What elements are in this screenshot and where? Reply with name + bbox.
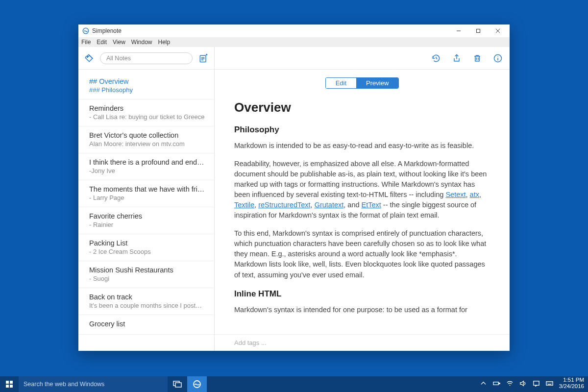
doc-heading-philosophy: Philosophy xyxy=(234,124,490,136)
note-subtitle: - Suogi xyxy=(89,275,205,282)
svg-rect-31 xyxy=(534,381,539,385)
menubar: File Edit View Window Help xyxy=(78,37,510,47)
note-subtitle: ### Philosophy xyxy=(89,86,205,94)
svg-rect-27 xyxy=(493,382,498,385)
note-subtitle: - 2 Ice Cream Scoops xyxy=(89,248,205,255)
app-window: Simplenote File Edit View Window Help Al… xyxy=(78,24,510,351)
link-grutatext[interactable]: Grutatext xyxy=(315,201,344,209)
notes-list: ## Overview### PhilosophyReminders- Call… xyxy=(78,70,214,351)
tag-placeholder: Add tags ... xyxy=(234,339,267,346)
svg-rect-25 xyxy=(175,383,181,387)
link-setext[interactable]: Setext xyxy=(445,191,466,198)
minimize-button[interactable] xyxy=(449,24,468,37)
menu-help[interactable]: Help xyxy=(158,39,171,46)
svg-rect-20 xyxy=(6,381,9,384)
note-title: Packing List xyxy=(89,239,205,247)
taskbar-app-simplenote[interactable] xyxy=(187,376,207,392)
tray-keyboard-icon[interactable] xyxy=(546,380,553,389)
tray-volume-icon[interactable] xyxy=(519,380,527,389)
clock-time: 1:51 PM xyxy=(559,377,584,383)
svg-rect-23 xyxy=(10,385,13,388)
task-view-icon[interactable] xyxy=(168,376,187,392)
note-item[interactable]: Reminders- Call Lisa re: buying our tick… xyxy=(78,99,214,126)
svg-rect-21 xyxy=(10,381,13,384)
svg-rect-32 xyxy=(546,382,553,386)
tray-chevron-up-icon[interactable] xyxy=(480,380,487,389)
note-title: Grocery list xyxy=(89,320,205,328)
note-item[interactable]: Favorite cherries- Rainier xyxy=(78,207,214,234)
doc-heading-inline-html: Inline HTML xyxy=(234,288,490,300)
tag-input[interactable]: Add tags ... xyxy=(215,334,510,351)
note-subtitle: - Call Lisa re: buying our ticket to Gre… xyxy=(89,113,205,121)
tab-preview[interactable]: Preview xyxy=(356,78,398,88)
note-title: Bret Victor's quote collection xyxy=(89,131,205,139)
svg-rect-22 xyxy=(6,385,9,388)
note-item[interactable]: ## Overview### Philosophy xyxy=(78,73,214,99)
maximize-button[interactable] xyxy=(468,24,488,37)
note-subtitle: - Rainier xyxy=(89,221,205,228)
svg-point-5 xyxy=(87,56,88,57)
link-ettext[interactable]: EtText xyxy=(362,201,381,209)
note-title: Mission Sushi Restaurants xyxy=(89,266,205,274)
info-icon[interactable] xyxy=(492,52,504,64)
note-item[interactable]: I think there is a profound and enduri..… xyxy=(78,153,214,180)
svg-rect-2 xyxy=(477,29,480,33)
menu-window[interactable]: Window xyxy=(131,39,152,46)
editor-pane: Edit Preview Overview Philosophy Markdow… xyxy=(215,47,510,351)
note-subtitle: It's been a couple months since I posted… xyxy=(89,302,205,309)
note-title: Back on track xyxy=(89,293,205,301)
svg-marker-30 xyxy=(520,381,524,386)
note-subtitle: -Jony Ive xyxy=(89,167,205,174)
editor-toolbar xyxy=(215,47,510,70)
doc-paragraph: Markdown's syntax is intended for one pu… xyxy=(234,305,490,315)
view-mode-toggle: Edit Preview xyxy=(215,70,510,94)
taskbar-search-placeholder: Search the web and Windows xyxy=(24,381,104,388)
note-title: The moments that we have with friend... xyxy=(89,185,205,193)
svg-point-29 xyxy=(509,385,510,386)
sidebar: All Notes ## Overview### PhilosophyRemin… xyxy=(78,47,215,351)
document-preview: Overview Philosophy Markdown is intended… xyxy=(215,94,510,334)
start-button[interactable] xyxy=(0,376,19,392)
window-title: Simplenote xyxy=(92,27,122,34)
new-note-button[interactable] xyxy=(197,52,209,64)
trash-icon[interactable] xyxy=(471,52,483,64)
share-icon[interactable] xyxy=(451,52,463,64)
taskbar: Search the web and Windows 1:51 PM 3/24/… xyxy=(0,376,588,392)
tags-icon[interactable] xyxy=(83,52,95,64)
doc-paragraph: To this end, Markdown's syntax is compri… xyxy=(234,228,490,280)
taskbar-search[interactable]: Search the web and Windows xyxy=(19,376,168,392)
note-item[interactable]: The moments that we have with friend...-… xyxy=(78,180,214,207)
note-item[interactable]: Bret Victor's quote collectionAlan Moore… xyxy=(78,126,214,153)
search-input[interactable]: All Notes xyxy=(100,52,193,64)
search-placeholder: All Notes xyxy=(106,55,131,62)
note-item[interactable]: Mission Sushi Restaurants- Suogi xyxy=(78,261,214,288)
svg-point-19 xyxy=(497,56,498,56)
note-item[interactable]: Grocery list xyxy=(78,315,214,335)
menu-view[interactable]: View xyxy=(113,39,125,46)
tray-notifications-icon[interactable] xyxy=(533,380,540,389)
clock-date: 3/24/2016 xyxy=(559,383,584,390)
svg-line-13 xyxy=(436,58,438,59)
titlebar: Simplenote xyxy=(78,24,510,37)
note-title: I think there is a profound and enduri..… xyxy=(89,158,205,166)
note-item[interactable]: Packing List- 2 Ice Cream Scoops xyxy=(78,234,214,261)
note-title: ## Overview xyxy=(89,77,205,85)
doc-paragraph: Markdown is intended to be as easy-to-re… xyxy=(234,141,490,151)
taskbar-clock[interactable]: 1:51 PM 3/24/2016 xyxy=(556,376,588,392)
tray-battery-icon[interactable] xyxy=(493,380,500,389)
simplenote-icon xyxy=(82,27,89,34)
history-icon[interactable] xyxy=(430,52,442,64)
tray-wifi-icon[interactable] xyxy=(506,380,514,389)
link-atx[interactable]: atx xyxy=(470,191,479,198)
menu-file[interactable]: File xyxy=(81,39,91,46)
close-button[interactable] xyxy=(488,24,508,37)
note-item[interactable]: Back on trackIt's been a couple months s… xyxy=(78,288,214,315)
doc-heading-overview: Overview xyxy=(234,98,490,117)
note-subtitle: Alan Moore: interview on mtv.com xyxy=(89,140,205,147)
menu-edit[interactable]: Edit xyxy=(97,39,107,46)
tab-edit[interactable]: Edit xyxy=(326,78,356,88)
link-restructuredtext[interactable]: reStructuredText xyxy=(258,201,310,209)
link-textile[interactable]: Textile xyxy=(234,201,254,209)
sidebar-toolbar: All Notes xyxy=(78,47,214,70)
note-title: Favorite cherries xyxy=(89,212,205,220)
